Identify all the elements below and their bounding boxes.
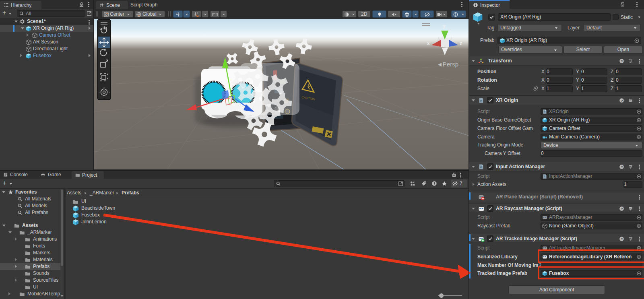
svg-text:z: z	[460, 41, 462, 46]
svg-text:Y: Y	[178, 14, 180, 17]
svg-text:x: x	[427, 41, 430, 46]
svg-text:y: y	[443, 23, 446, 29]
svg-text:◄Persp: ◄Persp	[437, 61, 458, 68]
